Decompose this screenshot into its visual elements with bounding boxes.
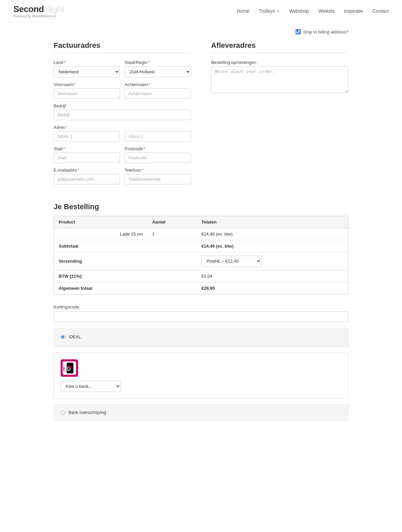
verzending-label: Verzending — [54, 252, 148, 270]
staat-label: Staat/Regio* — [125, 60, 191, 65]
ideal-detail-box: i D Kies u bank... ABN AMRO Rabobank ING — [54, 352, 348, 399]
billing-column: Factuuradres Land* Nederland Staat/Regio… — [54, 41, 191, 189]
subtotaal-label: Subtotaal — [54, 240, 148, 252]
order-section: Je Bestelling Product Aantal Totalen Lad… — [54, 202, 348, 294]
postcode-required: * — [143, 146, 145, 151]
subtotaal-row: Subtotaal €14,46 (ex. btw) — [54, 240, 348, 252]
land-group: Land* Nederland — [54, 60, 120, 77]
email-input[interactable] — [54, 174, 120, 184]
postcode-group: Postcode* — [125, 146, 191, 163]
adres-group: Adres* — [54, 125, 191, 142]
verzending-select[interactable]: PostNL – €12,40 — [201, 256, 262, 267]
bank-transfer-option-row: Bank overschrijving — [61, 410, 341, 415]
btw-label: BTW (21%): — [54, 270, 148, 282]
subtotaal-value: €14,46 (ex. btw) — [197, 240, 348, 252]
telefoon-required: * — [142, 168, 143, 173]
adres1-input[interactable] — [54, 131, 120, 142]
ideal-logo: i D — [61, 359, 78, 377]
totaal-empty — [147, 282, 197, 294]
nav-contact[interactable]: Contact — [373, 8, 389, 14]
korting-section: Kortingscode: — [54, 304, 348, 322]
adres2-input[interactable] — [125, 131, 191, 142]
achternaam-group: Achternaam* — [125, 82, 191, 99]
order-row-1: Lade 15 cm 1 €14,46 (ex. btw) — [54, 228, 348, 240]
bank-select[interactable]: Kies u bank... ABN AMRO Rabobank ING — [61, 381, 121, 392]
staat-select[interactable]: Zuid-Holland — [125, 66, 191, 77]
bedrijf-group: Bedrijf — [54, 103, 191, 120]
svg-point-5 — [68, 365, 71, 368]
svg-text:i: i — [63, 365, 65, 372]
naam-row: Voornaam* Achternaam* — [54, 82, 191, 103]
order-table-head: Product Aantal Totalen — [54, 216, 348, 228]
nav-trolleys-container: Trolleys ▼ — [259, 8, 280, 14]
stad-group: Stad* — [54, 146, 120, 163]
verzending-select-cell: PostNL – €12,40 — [197, 252, 348, 270]
bank-transfer-section: Bank overschrijving — [54, 404, 348, 421]
email-telefoon-row: E-mailadres* Telefoon* — [54, 168, 191, 189]
achternaam-required: * — [149, 82, 150, 87]
korting-input[interactable] — [54, 312, 348, 322]
btw-row: BTW (21%): €3,04 — [54, 270, 348, 282]
nav-winkels[interactable]: Winkels — [318, 8, 335, 14]
bank-transfer-radio[interactable] — [61, 410, 65, 415]
logo-text: SecondFlight — [13, 4, 64, 14]
land-label: Land* — [54, 60, 120, 65]
ideal-radio[interactable] — [61, 335, 65, 339]
ship-to-billing-checkbox[interactable] — [295, 29, 301, 34]
delivery-title: Afleveradres — [211, 41, 348, 53]
col-product: Product — [54, 216, 148, 228]
adres-label: Adres* — [54, 125, 191, 130]
order-table-header-row: Product Aantal Totalen — [54, 216, 348, 228]
btw-empty — [147, 270, 197, 282]
land-select[interactable]: Nederland — [54, 66, 120, 77]
logo-subtitle: Powered by WasteMakers.nl — [13, 14, 64, 18]
ship-to-billing-label: Ship to billing address? — [304, 29, 348, 34]
ideal-logo-svg: i D — [61, 359, 78, 377]
land-required: * — [64, 60, 66, 65]
voornaam-input[interactable] — [54, 88, 120, 99]
billing-title: Factuuradres — [54, 41, 191, 53]
product-name-1: Lade 15 cm — [54, 228, 148, 240]
col-totalen: Totalen — [197, 216, 348, 228]
product-aantal-1: 1 — [147, 228, 197, 240]
order-table: Product Aantal Totalen Lade 15 cm 1 €14,… — [54, 216, 348, 294]
stad-required: * — [63, 146, 65, 151]
nav-webshop[interactable]: Webshop — [289, 8, 309, 14]
adres-row — [54, 131, 191, 142]
subtotaal-empty — [147, 240, 197, 252]
ideal-option-row: iDEAL — [61, 334, 341, 339]
ship-to-billing-row: Ship to billing address? — [54, 29, 348, 34]
nav-home[interactable]: Home — [237, 8, 249, 14]
korting-label: Kortingscode: — [54, 304, 348, 309]
telefoon-input[interactable] — [125, 174, 191, 184]
btw-value: €3,04 — [197, 270, 348, 282]
order-title: Je Bestelling — [54, 202, 348, 211]
totaal-label: Algemeen totaal — [54, 282, 148, 294]
email-label: E-mailadres* — [54, 168, 120, 173]
voornaam-group: Voornaam* — [54, 82, 120, 99]
ideal-label: iDEAL — [69, 334, 81, 339]
verzending-empty — [147, 252, 197, 270]
address-form-columns: Factuuradres Land* Nederland Staat/Regio… — [54, 41, 348, 189]
postcode-input[interactable] — [125, 153, 191, 163]
bank-transfer-label: Bank overschrijving — [68, 410, 106, 415]
voornaam-label: Voornaam* — [54, 82, 120, 87]
ideal-payment-section: iDEAL — [54, 329, 348, 347]
totaal-row: Algemeen totaal €29,90 — [54, 282, 348, 294]
nav-trolleys[interactable]: Trolleys — [259, 8, 275, 14]
verzending-row: Verzending PostNL – €12,40 — [54, 252, 348, 270]
nav-inspiratie[interactable]: Inspiratie — [344, 8, 363, 14]
staat-group: Staat/Regio* Zuid-Holland — [125, 60, 191, 77]
email-required: * — [77, 168, 79, 173]
land-staat-row: Land* Nederland Staat/Regio* Zuid-Hollan… — [54, 60, 191, 82]
bedrijf-input[interactable] — [54, 110, 191, 120]
stad-input[interactable] — [54, 153, 120, 163]
totaal-value: €29,90 — [197, 282, 348, 294]
staat-required: * — [148, 60, 150, 65]
trolleys-dropdown-icon: ▼ — [276, 9, 280, 13]
opmerkingen-label: Bestelling opmerkingen — [211, 60, 348, 65]
logo-second: Second — [13, 4, 44, 14]
opmerkingen-textarea[interactable] — [211, 66, 348, 93]
opmerkingen-group: Bestelling opmerkingen — [211, 60, 348, 94]
achternaam-input[interactable] — [125, 88, 191, 99]
